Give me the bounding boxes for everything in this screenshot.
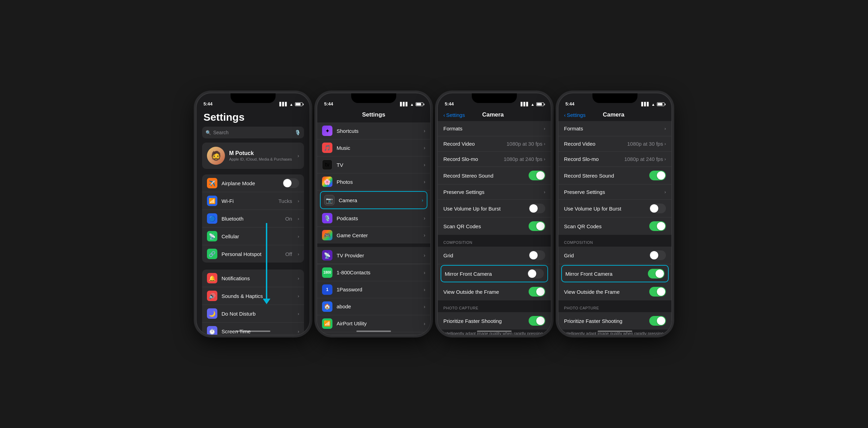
- contacts800-row[interactable]: 1800 1-800Contacts ›: [317, 264, 430, 281]
- formats-row[interactable]: Formats ›: [438, 121, 551, 136]
- mirror-front-toggle-4[interactable]: [648, 269, 665, 279]
- gamecenter-icon: 🎮: [322, 230, 332, 240]
- composition-section-3: Grid Mirror Front Camera View Outside th…: [438, 247, 551, 300]
- contacts800-label: 1-800Contacts: [337, 269, 419, 275]
- photo-section-4: Prioritize Faster Shooting: [558, 312, 671, 329]
- wifi-icon-2: ▲: [410, 102, 414, 106]
- view-outside-row-3[interactable]: View Outside the Frame: [438, 283, 551, 300]
- scan-qr-row[interactable]: Scan QR Codes: [438, 217, 551, 235]
- record-slomo-row[interactable]: Record Slo-mo 1080p at 240 fps ›: [438, 152, 551, 167]
- faster-shooting-row-4[interactable]: Prioritize Faster Shooting: [558, 312, 671, 329]
- grid-toggle-3[interactable]: [529, 250, 545, 260]
- row-screen-time[interactable]: ⏱️ Screen Time ›: [202, 323, 304, 335]
- scan-qr-toggle-3[interactable]: [529, 221, 545, 231]
- music-row[interactable]: 🎵 Music ›: [317, 139, 430, 156]
- scan-qr-row-4[interactable]: Scan QR Codes: [558, 217, 671, 235]
- scan-qr-label: Scan QR Codes: [443, 223, 529, 229]
- scan-qr-toggle-4[interactable]: [649, 221, 666, 231]
- profile-subtitle: Apple ID, iCloud, Media & Purchases: [229, 157, 293, 161]
- search-bar[interactable]: 🔍 Search 🎙️: [202, 127, 304, 138]
- stereo-sound-row[interactable]: Record Stereo Sound: [438, 167, 551, 185]
- row-cellular[interactable]: 📡 Cellular ›: [202, 228, 304, 245]
- grid-toggle-4[interactable]: [649, 250, 666, 260]
- row-notifications[interactable]: 🔔 Notifications ›: [202, 269, 304, 287]
- shortcuts-row[interactable]: ✦ Shortcuts ›: [317, 122, 430, 139]
- row-airplane-mode[interactable]: ✈️ Airplane Mode: [202, 174, 304, 192]
- mirror-front-row-4[interactable]: Mirror Front Camera: [561, 265, 669, 282]
- record-video-row[interactable]: Record Video 1080p at 30 fps ›: [438, 136, 551, 152]
- back-btn-4[interactable]: ‹ Settings: [564, 112, 585, 118]
- podcasts-row[interactable]: 🎙️ Podcasts ›: [317, 210, 430, 227]
- profile-name: M Potuck: [229, 150, 293, 156]
- row-wifi[interactable]: 📶 Wi-Fi Tucks ›: [202, 192, 304, 210]
- row-dnd[interactable]: 🌙 Do Not Disturb ›: [202, 305, 304, 323]
- back-chevron-3: ‹: [443, 112, 445, 118]
- onepassword-row[interactable]: 1 1Password ›: [317, 281, 430, 298]
- view-outside-toggle-4[interactable]: [649, 287, 666, 297]
- faster-shooting-label-3: Prioritize Faster Shooting: [443, 318, 529, 324]
- notifications-label: Notifications: [222, 275, 294, 281]
- airport-chevron: ›: [424, 321, 425, 326]
- mirror-front-row-3[interactable]: Mirror Front Camera: [441, 265, 548, 282]
- airport-row[interactable]: 📶 AirPort Utility ›: [317, 315, 430, 332]
- tv-row[interactable]: tv TV ›: [317, 156, 430, 173]
- volume-burst-toggle-3[interactable]: [529, 204, 545, 213]
- row-sounds[interactable]: 🔊 Sounds & Haptics ›: [202, 287, 304, 305]
- stereo-toggle-4[interactable]: [649, 171, 666, 180]
- volume-burst-toggle-4[interactable]: [649, 204, 666, 213]
- back-btn-3[interactable]: ‹ Settings: [443, 112, 465, 118]
- back-chevron-4: ‹: [564, 112, 566, 118]
- faster-shooting-toggle-4[interactable]: [649, 316, 666, 326]
- screen2-content: Settings ✦ Shortcuts › 🎵 Music › tv TV ›: [317, 109, 430, 335]
- sounds-label: Sounds & Haptics: [222, 293, 294, 299]
- preserve-row[interactable]: Preserve Settings ›: [438, 185, 551, 200]
- view-outside-row-4[interactable]: View Outside the Frame: [558, 283, 671, 300]
- airplane-toggle[interactable]: [283, 178, 299, 188]
- search-icon: 🔍: [206, 130, 211, 135]
- battery-icon-2: [416, 102, 423, 106]
- grid-row-3[interactable]: Grid: [438, 247, 551, 264]
- signal-icon: ▋▋▋: [279, 102, 288, 106]
- volume-burst-row-4[interactable]: Use Volume Up for Burst: [558, 200, 671, 217]
- photos-row[interactable]: 🌸 Photos ›: [317, 173, 430, 190]
- formats-row-4[interactable]: Formats ›: [558, 121, 671, 136]
- grid-row-4[interactable]: Grid: [558, 247, 671, 264]
- mirror-front-label-4: Mirror Front Camera: [565, 271, 645, 277]
- formats-chevron-4: ›: [665, 126, 666, 131]
- record-slomo-row-4[interactable]: Record Slo-mo 1080p at 240 fps ›: [558, 152, 671, 167]
- arrow-annotation: [262, 223, 264, 299]
- camera-section1: Formats › Record Video 1080p at 30 fps ›…: [438, 121, 551, 235]
- row-bluetooth[interactable]: 🔵 Bluetooth On ›: [202, 210, 304, 228]
- faster-shooting-toggle-3[interactable]: [529, 316, 545, 326]
- home-indicator-1: [236, 331, 270, 332]
- record-video-row-4[interactable]: Record Video 1080p at 30 fps ›: [558, 136, 671, 152]
- gamecenter-row[interactable]: 🎮 Game Center ›: [317, 227, 430, 243]
- grid-label-3: Grid: [443, 252, 529, 258]
- volume-burst-row[interactable]: Use Volume Up for Burst: [438, 200, 551, 217]
- tv-icon: tv: [322, 160, 332, 170]
- formats-label-4: Formats: [564, 126, 665, 131]
- tvprovider-row[interactable]: 📡 TV Provider ›: [317, 247, 430, 264]
- camera-row-highlighted[interactable]: 📷 Camera ›: [320, 191, 427, 209]
- mirror-front-toggle-3[interactable]: [527, 269, 544, 279]
- faster-shooting-row-3[interactable]: Prioritize Faster Shooting: [438, 312, 551, 329]
- record-slomo-chevron-4: ›: [665, 156, 666, 162]
- preserve-row-4[interactable]: Preserve Settings ›: [558, 185, 671, 200]
- signal-icon-3: ▋▋▋: [521, 102, 529, 106]
- profile-row[interactable]: 🧔 M Potuck Apple ID, iCloud, Media & Pur…: [202, 143, 304, 169]
- phone-2: 5:44 ▋▋▋ ▲ Settings ✦ Shortcuts › 🎵 Musi…: [316, 93, 431, 335]
- abode-row[interactable]: 🏠 abode ›: [317, 298, 430, 315]
- view-outside-toggle-3[interactable]: [529, 287, 545, 297]
- record-slomo-value: 1080p at 240 fps: [504, 156, 542, 162]
- amazon-row[interactable]: amz Amazon ›: [317, 332, 430, 335]
- row-personal-hotspot[interactable]: 🔗 Personal Hotspot Off ›: [202, 245, 304, 263]
- airport-label: AirPort Utility: [337, 320, 419, 326]
- abode-label: abode: [337, 303, 419, 309]
- contacts800-icon: 1800: [322, 267, 332, 278]
- wifi-value: Tucks: [278, 198, 292, 204]
- stereo-toggle-3[interactable]: [529, 171, 545, 180]
- onepassword-chevron: ›: [424, 287, 425, 292]
- record-video-value-4: 1080p at 30 fps: [627, 141, 663, 147]
- phone-3: 5:44 ▋▋▋ ▲ ‹ Settings Camera Formats › R…: [437, 93, 552, 335]
- stereo-sound-row-4[interactable]: Record Stereo Sound: [558, 167, 671, 185]
